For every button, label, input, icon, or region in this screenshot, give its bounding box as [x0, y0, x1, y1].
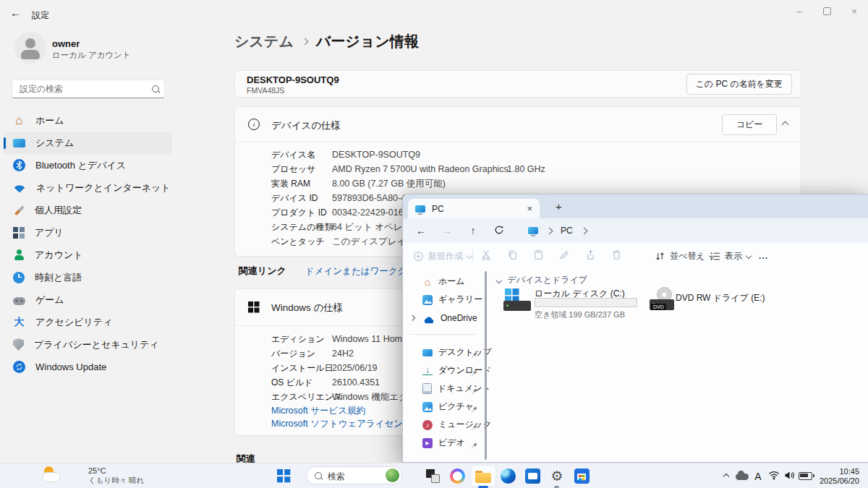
avatar[interactable]: [14, 32, 46, 64]
explorer-window: PC × + ← → ↑ PC 新規作成: [402, 194, 868, 463]
sidebar-item-downloads[interactable]: ↓ ダウンロード: [403, 361, 484, 380]
sidebar-item-gallery[interactable]: ギャラリー: [403, 291, 484, 309]
sort-button[interactable]: 並べ替え: [655, 243, 714, 269]
share-icon[interactable]: [585, 249, 596, 263]
wifi-icon: [768, 470, 780, 483]
taskbar-search[interactable]: 検索: [306, 466, 402, 484]
sidebar-item-onedrive[interactable]: OneDrive: [403, 309, 484, 327]
clock[interactable]: 10:45 2025/06/20: [820, 467, 859, 486]
settings-search-input[interactable]: [12, 80, 165, 98]
gear-icon: ⚙: [550, 468, 563, 484]
download-icon: ↓: [422, 366, 433, 375]
windows-start-icon: [277, 469, 291, 483]
group-header-devices-drives[interactable]: デバイスとドライブ: [497, 274, 587, 286]
sidebar-item-bluetooth[interactable]: Bluetooth とデバイス: [3, 154, 172, 176]
taskbar: 25°C くもり時々 晴れ 検索 ⚙ A: [0, 463, 868, 488]
edge-button[interactable]: [499, 467, 516, 484]
copilot-icon: [450, 468, 465, 484]
related-links-title: 関連リンク: [239, 265, 286, 278]
bluetooth-icon: [13, 159, 25, 171]
sidebar-item-videos[interactable]: ▶ ビデオ: [403, 434, 484, 452]
breadcrumb-system[interactable]: システム: [234, 32, 294, 51]
battery-tray-button[interactable]: [798, 468, 814, 485]
close-button[interactable]: ×: [841, 0, 868, 22]
sidebar-item-personalization[interactable]: 個人用設定: [3, 199, 172, 221]
clock-date: 2025/06/20: [820, 476, 859, 486]
sidebar-item-accessibility[interactable]: 大 アクセシビリティ: [3, 311, 172, 333]
window-caption-buttons: – ×: [786, 0, 868, 22]
delete-icon[interactable]: [611, 249, 622, 263]
sidebar-item-documents[interactable]: ドキュメント: [403, 380, 484, 398]
new-tab-button[interactable]: +: [556, 200, 562, 213]
back-icon[interactable]: ←: [10, 7, 21, 19]
nav-forward-icon[interactable]: →: [438, 225, 456, 236]
device-name-card: DESKTOP-9SOUTQ9 FMVA48JS この PC の名前を変更: [234, 70, 801, 98]
pin-icon: [471, 348, 478, 361]
copy-icon[interactable]: [507, 249, 518, 263]
device-model: FMVA48JS: [247, 86, 284, 95]
sidebar-item-privacy[interactable]: プライバシーとセキュリティ: [3, 333, 172, 356]
store-button[interactable]: [573, 467, 590, 484]
store-icon: [574, 468, 590, 484]
view-button[interactable]: 表示: [710, 243, 751, 269]
weather-icon: [42, 466, 62, 486]
nav-back-icon[interactable]: ←: [412, 225, 430, 236]
explorer-content: デバイスとドライブ ローカル ディスク (C:) 空き領域 199 GB/237…: [490, 269, 868, 462]
copy-button[interactable]: コピー: [722, 114, 777, 135]
sidebar-item-desktop[interactable]: デスクトップ: [403, 343, 484, 361]
sidebar-item-network[interactable]: ネットワークとインターネット: [3, 176, 172, 199]
paste-icon[interactable]: [533, 249, 544, 263]
onedrive-tray-button[interactable]: [734, 468, 750, 485]
wifi-tray-button[interactable]: [766, 468, 782, 485]
sidebar-item-accounts[interactable]: アカウント: [3, 244, 172, 266]
more-options-button[interactable]: ...: [759, 243, 768, 269]
chevron-right-icon: [580, 227, 587, 234]
drive-e-name: DVD RW ドライブ (E:): [676, 292, 765, 304]
sidebar-item-home[interactable]: ⌂ ホーム: [403, 273, 484, 291]
outlook-button[interactable]: [524, 467, 541, 484]
volume-tray-button[interactable]: [782, 468, 798, 485]
tab-close-icon[interactable]: ×: [527, 203, 532, 214]
pin-icon: [471, 439, 478, 452]
sidebar-item-apps[interactable]: アプリ: [3, 221, 172, 244]
explorer-tab-pc[interactable]: PC ×: [408, 199, 540, 218]
rename-icon[interactable]: [559, 249, 570, 263]
sidebar-item-home[interactable]: ⌂ ホーム: [3, 109, 172, 132]
sidebar-item-pictures[interactable]: ピクチャ: [403, 398, 484, 416]
ime-mode-button[interactable]: A: [750, 468, 766, 485]
task-view-button[interactable]: [424, 467, 441, 484]
pane-scrollbar[interactable]: [485, 271, 487, 460]
sidebar-item-music[interactable]: ♪ ミュージック: [403, 416, 484, 434]
videos-icon: ▶: [422, 438, 433, 448]
clock-time: 10:45: [820, 467, 859, 476]
settings-app-button[interactable]: ⚙: [548, 467, 566, 484]
expand-chevron-icon[interactable]: [409, 315, 415, 321]
sidebar-item-time-language[interactable]: 時刻と言語: [3, 266, 172, 288]
file-explorer-button[interactable]: [475, 467, 492, 484]
sidebar-item-gaming[interactable]: ゲーム: [3, 288, 172, 311]
sidebar-item-windows-update[interactable]: Windows Update: [3, 356, 172, 378]
pin-icon: [471, 385, 478, 398]
refresh-icon[interactable]: [490, 225, 508, 237]
person-icon: [13, 249, 25, 261]
windows-logo-icon: [248, 301, 259, 312]
breadcrumb-pc[interactable]: PC: [561, 226, 573, 236]
address-breadcrumb[interactable]: PC: [528, 226, 587, 236]
hidden-icons-button[interactable]: [718, 468, 734, 485]
device-spec-header[interactable]: i デバイスの仕様 コピー: [235, 107, 801, 142]
new-item-button[interactable]: 新規作成: [413, 243, 472, 269]
toolbar-icons: [481, 243, 622, 269]
device-name: DESKTOP-9SOUTQ9: [247, 74, 339, 85]
speaker-icon: [784, 470, 796, 483]
cut-icon[interactable]: [481, 249, 492, 263]
start-button[interactable]: [275, 467, 292, 484]
rename-pc-button[interactable]: この PC の名前を変更: [686, 74, 792, 95]
minimize-button[interactable]: –: [786, 0, 813, 22]
chevron-down-icon: [746, 253, 752, 259]
maximize-button[interactable]: [813, 0, 841, 22]
explorer-toolbar: 新規作成 並べ替え 表示 .: [403, 243, 868, 270]
nav-up-icon[interactable]: ↑: [464, 225, 482, 236]
sidebar-item-system[interactable]: システム: [3, 132, 172, 154]
copilot-button[interactable]: [448, 467, 466, 484]
collapse-chevron-icon[interactable]: [782, 121, 789, 129]
